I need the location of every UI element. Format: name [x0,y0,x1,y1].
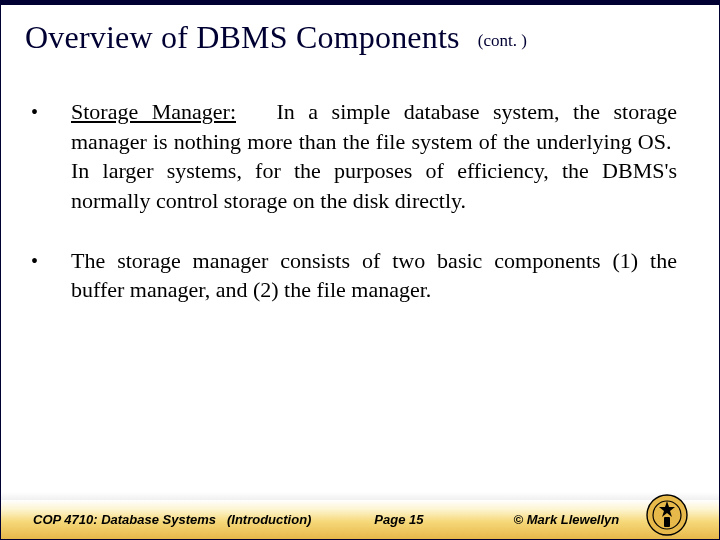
bullet-marker: • [31,246,71,305]
ucf-seal-icon [645,493,689,537]
slide-title: Overview of DBMS Components [25,19,460,56]
svg-rect-2 [664,517,670,527]
bullet-rest: The storage manager consists of two basi… [71,248,677,303]
top-accent-bar [1,1,719,5]
bullet-text: Storage Manager: In a simple database sy… [71,97,677,216]
slide-title-cont: (cont. ) [478,31,527,51]
slide-footer: COP 4710: Database Systems (Introduction… [1,491,719,539]
footer-course-code: COP 4710: Database Systems [33,512,216,527]
title-row: Overview of DBMS Components (cont. ) [25,19,695,56]
footer-page: Page 15 [374,512,503,527]
bullet-text: The storage manager consists of two basi… [71,246,677,305]
bullet-gap [236,99,277,124]
footer-row: COP 4710: Database Systems (Introduction… [1,499,719,539]
footer-course: COP 4710: Database Systems (Introduction… [1,512,374,527]
footer-section: (Introduction) [227,512,311,527]
slide-content: • Storage Manager: In a simple database … [31,97,677,335]
bullet-term: Storage Manager: [71,99,236,124]
bullet-item: • Storage Manager: In a simple database … [31,97,677,216]
bullet-item: • The storage manager consists of two ba… [31,246,677,305]
bullet-marker: • [31,97,71,216]
